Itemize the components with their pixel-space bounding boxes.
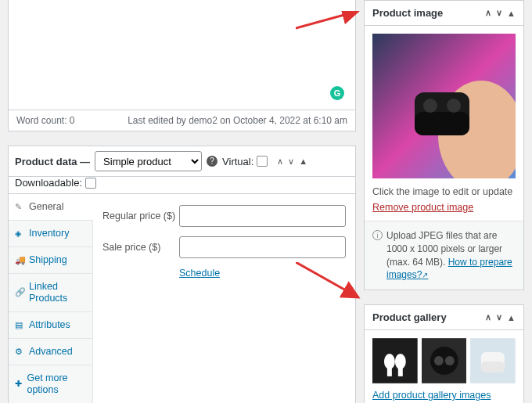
regular-price-input[interactable] — [179, 205, 346, 227]
toggle-panel-icon[interactable]: ▲ — [299, 157, 307, 166]
product-image-title: Product image — [372, 7, 443, 19]
description-editor[interactable]: G — [8, 0, 356, 110]
click-to-edit-text: Click the image to edit or update — [372, 186, 516, 197]
word-count: Word count: 0 — [16, 115, 74, 126]
downloadable-checkbox[interactable] — [85, 178, 96, 189]
tab-advanced[interactable]: ⚙Advanced — [9, 339, 92, 365]
product-gallery-panel: Product gallery ∧ ∨ ▲ Add product galler… — [364, 304, 524, 403]
tab-get-more[interactable]: ✚Get more options — [9, 365, 92, 403]
svg-point-4 — [423, 99, 437, 113]
upload-note-text: Upload JPEG files that are 1000 x 1000 p… — [386, 229, 516, 282]
svg-point-5 — [447, 99, 461, 113]
sale-price-label: Sale price ($) — [102, 242, 179, 253]
tab-inventory[interactable]: ◈Inventory — [9, 221, 92, 247]
gallery-thumb-3[interactable] — [470, 338, 516, 383]
toggle-panel-icon[interactable]: ▲ — [507, 313, 516, 322]
regular-price-label: Regular price ($) — [102, 210, 179, 221]
tab-shipping[interactable]: 🚚Shipping — [9, 247, 92, 274]
gallery-thumb-1[interactable] — [372, 338, 418, 383]
virtual-checkbox[interactable] — [257, 156, 268, 167]
gallery-thumb-2[interactable] — [422, 338, 467, 383]
remove-product-image-link[interactable]: Remove product image — [372, 202, 473, 213]
svg-rect-6 — [372, 338, 418, 383]
svg-rect-10 — [398, 365, 403, 376]
help-icon[interactable]: ? — [207, 156, 217, 167]
tab-linked-products[interactable]: 🔗Linked Products — [9, 274, 92, 312]
move-up-icon[interactable]: ∧ — [485, 312, 491, 322]
gear-icon: ⚙ — [15, 347, 24, 357]
external-link-icon: ↗ — [422, 271, 428, 279]
grammarly-icon[interactable]: G — [330, 86, 344, 100]
plus-icon: ✚ — [15, 379, 22, 389]
svg-rect-9 — [387, 365, 392, 376]
svg-rect-17 — [481, 362, 505, 372]
link-icon: 🔗 — [15, 287, 24, 297]
editor-status-bar: Word count: 0 Last edited by demo2 on Oc… — [8, 110, 356, 131]
last-edited: Last edited by demo2 on October 4, 2022 … — [128, 115, 347, 126]
product-image-preview[interactable] — [372, 34, 516, 178]
svg-point-13 — [434, 356, 444, 365]
move-up-icon[interactable]: ∧ — [485, 8, 491, 18]
product-image-panel: Product image ∧ ∨ ▲ Click the image to e… — [364, 0, 524, 290]
toggle-panel-icon[interactable]: ▲ — [507, 9, 516, 18]
downloadable-label: Downloadable: — [15, 177, 82, 189]
info-icon: i — [372, 230, 383, 240]
product-type-select[interactable]: Simple product — [95, 151, 202, 171]
add-gallery-images-link[interactable]: Add product gallery images — [372, 390, 516, 401]
truck-icon: 🚚 — [15, 255, 24, 265]
move-down-icon[interactable]: ∨ — [496, 8, 502, 18]
product-data-panel: Product data — Simple product ? Virtual:… — [8, 146, 356, 403]
virtual-label: Virtual: — [222, 156, 253, 167]
svg-point-14 — [445, 356, 455, 365]
product-gallery-title: Product gallery — [372, 311, 447, 323]
inventory-icon: ◈ — [15, 228, 24, 239]
tab-attributes[interactable]: ▤Attributes — [9, 312, 92, 339]
sale-price-input[interactable] — [179, 236, 346, 258]
move-down-icon[interactable]: ∨ — [288, 157, 294, 167]
schedule-link[interactable]: Schedule — [179, 268, 346, 279]
move-up-icon[interactable]: ∧ — [277, 157, 283, 167]
tab-general[interactable]: ✎General — [9, 194, 93, 221]
product-data-tabs: ✎General ◈Inventory 🚚Shipping 🔗Linked Pr… — [9, 194, 93, 403]
product-data-label: Product data — — [15, 156, 90, 167]
move-down-icon[interactable]: ∨ — [496, 312, 502, 322]
list-icon: ▤ — [15, 320, 24, 330]
wrench-icon: ✎ — [15, 202, 24, 212]
svg-rect-3 — [415, 112, 469, 135]
